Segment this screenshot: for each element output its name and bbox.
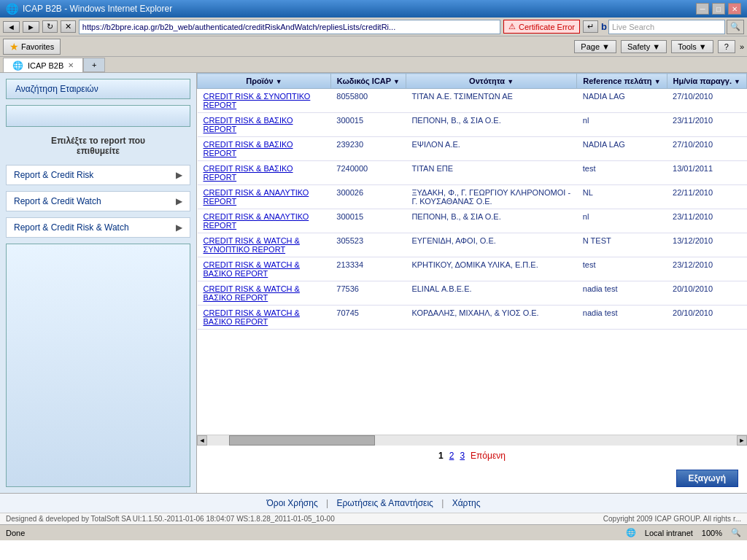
code-cell: 300015	[330, 209, 406, 233]
table-row: CREDIT RISK & WATCH & ΒΑΣΙΚΟ REPORT70745…	[198, 306, 747, 330]
app-icon: 🌐	[6, 3, 18, 15]
export-button[interactable]: Εξαγωγή	[676, 470, 738, 487]
scroll-left-button[interactable]: ◄	[197, 435, 207, 446]
date-cell: 13/01/2011	[667, 161, 746, 185]
entity-cell: ΠΕΠΟΝΗ, Β., & ΣΙΑ Ο.Ε.	[406, 113, 576, 137]
address-input[interactable]	[79, 20, 500, 34]
next-page-button[interactable]: Επόμενη	[471, 451, 506, 461]
window-title: ICAP B2B - Windows Internet Explorer	[23, 4, 172, 14]
sidebar-placeholder-bottom	[6, 244, 190, 487]
col-code[interactable]: Κωδικός ICAP ▼	[330, 74, 406, 89]
product-cell[interactable]: CREDIT RISK & WATCH & ΒΑΣΙΚΟ REPORT	[198, 281, 331, 306]
scroll-right-button[interactable]: ►	[737, 435, 747, 446]
date-cell: 20/10/2010	[667, 281, 746, 306]
tab-close-icon[interactable]: ✕	[68, 61, 74, 69]
faq-link[interactable]: Ερωτήσεις & Απαντήσεις	[337, 498, 433, 508]
help-button[interactable]: ?	[718, 40, 735, 53]
dev-info-right: Copyright 2009 ICAP GROUP. All rights r.…	[603, 515, 741, 523]
code-cell: 213334	[330, 257, 406, 281]
local-intranet-icon: 🌐	[626, 528, 636, 537]
col-reference[interactable]: Reference πελάτη ▼	[577, 74, 667, 89]
date-cell: 22/11/2010	[667, 185, 746, 209]
sidebar-item-credit-risk-watch[interactable]: Report & Credit Risk & Watch ▶	[6, 217, 190, 238]
reference-cell: NL	[577, 185, 667, 209]
product-cell[interactable]: CREDIT RISK & WATCH & ΣΥΝΟΠΤΙΚΟ REPORT	[198, 233, 331, 257]
entity-cell: TITAN ΕΠΕ	[406, 161, 576, 185]
entity-cell: ΠΕΠΟΝΗ, Β., & ΣΙΑ Ο.Ε.	[406, 209, 576, 233]
toolbar-expander: »	[740, 42, 744, 51]
scroll-track[interactable]	[207, 435, 737, 446]
table-wrapper[interactable]: Προϊόν ▼ Κωδικός ICAP ▼ Οντότητα ▼ Refer…	[197, 73, 747, 435]
search-go-button[interactable]: 🔍	[727, 20, 744, 34]
page-menu-button[interactable]: Page ▼	[574, 40, 616, 53]
date-cell: 13/12/2010	[667, 233, 746, 257]
horizontal-scrollbar[interactable]: ◄ ►	[197, 435, 747, 445]
content-area: Προϊόν ▼ Κωδικός ICAP ▼ Οντότητα ▼ Refer…	[197, 73, 747, 493]
product-cell[interactable]: CREDIT RISK & ΒΑΣΙΚΟ REPORT	[198, 161, 331, 185]
back-button[interactable]: ◄	[3, 21, 20, 33]
favorites-star-icon: ★	[9, 41, 19, 52]
arrow-icon-credit-risk-watch: ▶	[176, 222, 182, 233]
live-search-input[interactable]	[608, 20, 725, 34]
page-2[interactable]: 2	[449, 451, 454, 461]
table-header-row: Προϊόν ▼ Κωδικός ICAP ▼ Οντότητα ▼ Refer…	[198, 74, 747, 89]
page-3[interactable]: 3	[460, 451, 465, 461]
col-date[interactable]: Ημ/νία παραγγ. ▼	[667, 74, 746, 89]
table-row: CREDIT RISK & ΑΝΑΛΥΤΙΚΟ REPORT300015ΠΕΠΟ…	[198, 209, 747, 233]
dev-info-bar: Designed & developed by TotalSoft SA UI:…	[0, 513, 747, 524]
scroll-thumb[interactable]	[229, 435, 375, 446]
zone-label: Local intranet	[645, 529, 693, 537]
address-bar: ◄ ► ↻ ✕ ⚠ Certificate Error ↵ b 🔍	[0, 18, 747, 36]
date-cell: 27/10/2010	[667, 89, 746, 113]
product-cell[interactable]: CREDIT RISK & ΑΝΑΛΥΤΙΚΟ REPORT	[198, 185, 331, 209]
product-cell[interactable]: CREDIT RISK & ΒΑΣΙΚΟ REPORT	[198, 113, 331, 137]
col-entity[interactable]: Οντότητα ▼	[406, 74, 576, 89]
search-companies-button[interactable]: Αναζήτηση Εταιρειών	[6, 79, 190, 99]
product-cell[interactable]: CREDIT RISK & ΒΑΣΙΚΟ REPORT	[198, 137, 331, 161]
toolbar: ★ Favorites Page ▼ Safety ▼ Tools ▼ ? »	[0, 36, 747, 57]
new-tab-button[interactable]: +	[83, 58, 105, 72]
navigate-button[interactable]: ↵	[583, 20, 598, 33]
close-button[interactable]: ✕	[728, 3, 741, 15]
product-cell[interactable]: CREDIT RISK & WATCH & ΒΑΣΙΚΟ REPORT	[198, 257, 331, 281]
reference-cell: NADIA LAG	[577, 137, 667, 161]
results-table: Προϊόν ▼ Κωδικός ICAP ▼ Οντότητα ▼ Refer…	[197, 73, 747, 330]
code-cell: 7240000	[330, 161, 406, 185]
tab-icap-b2b[interactable]: 🌐 ICAP B2B ✕	[3, 58, 83, 72]
sidebar-select-label: Επιλέξτε το report πουεπιθυμείτε	[6, 133, 190, 159]
cert-error-badge[interactable]: ⚠ Certificate Error	[503, 20, 580, 34]
entity-cell: ΕΨΙΛΟΝ Α.Ε.	[406, 137, 576, 161]
code-cell: 77536	[330, 281, 406, 306]
map-link[interactable]: Χάρτης	[452, 498, 481, 508]
restore-button[interactable]: □	[712, 3, 725, 15]
terms-link[interactable]: Όροι Χρήσης	[267, 498, 318, 508]
code-cell: 70745	[330, 306, 406, 330]
product-cell[interactable]: CREDIT RISK & ΑΝΑΛΥΤΙΚΟ REPORT	[198, 209, 331, 233]
cert-error-icon: ⚠	[508, 22, 516, 31]
entity-cell: ELINAL Α.Β.Ε.Ε.	[406, 281, 576, 306]
favorites-button[interactable]: ★ Favorites	[3, 39, 61, 55]
safety-menu-button[interactable]: Safety ▼	[621, 40, 667, 53]
refresh-button[interactable]: ↻	[42, 20, 58, 33]
stop-button[interactable]: ✕	[61, 20, 76, 33]
sidebar-item-credit-risk[interactable]: Report & Credit Risk ▶	[6, 165, 190, 185]
reference-cell: nadia test	[577, 306, 667, 330]
table-row: CREDIT RISK & ΒΑΣΙΚΟ REPORT7240000TITAN …	[198, 161, 747, 185]
title-bar: 🌐 ICAP B2B - Windows Internet Explorer ─…	[0, 0, 747, 18]
forward-button[interactable]: ►	[23, 21, 39, 33]
entity-cell: ΞΥΔΑΚΗ, Φ., Γ. ΓΕΩΡΓΙΟΥ ΚΛΗΡΟΝΟΜΟΙ - Γ. …	[406, 185, 576, 209]
export-area: Εξαγωγή	[197, 467, 747, 493]
minimize-button[interactable]: ─	[696, 3, 709, 15]
reference-cell: test	[577, 161, 667, 185]
sidebar-item-credit-watch[interactable]: Report & Credit Watch ▶	[6, 191, 190, 211]
main-container: Αναζήτηση Εταιρειών Επιλέξτε το report π…	[0, 73, 747, 493]
table-row: CREDIT RISK & WATCH & ΒΑΣΙΚΟ REPORT77536…	[198, 281, 747, 306]
product-cell[interactable]: CREDIT RISK & ΣΥΝΟΠΤΙΚΟ REPORT	[198, 89, 331, 113]
arrow-icon-credit-watch: ▶	[176, 196, 182, 206]
date-cell: 23/11/2010	[667, 113, 746, 137]
col-product[interactable]: Προϊόν ▼	[198, 74, 331, 89]
tools-menu-button[interactable]: Tools ▼	[671, 40, 713, 53]
tab-icon: 🌐	[12, 61, 23, 71]
page-1[interactable]: 1	[438, 451, 444, 461]
product-cell[interactable]: CREDIT RISK & WATCH & ΒΑΣΙΚΟ REPORT	[198, 306, 331, 330]
